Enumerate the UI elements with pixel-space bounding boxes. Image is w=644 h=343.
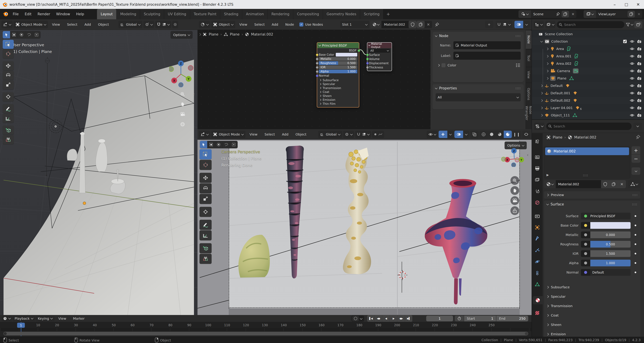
select-box-tool[interactable] [200,149,212,159]
mode-dropdown[interactable]: Object Mode [14,21,48,28]
input-socket-normal[interactable] [316,74,318,77]
roughness-slider[interactable]: 0.500 [581,241,630,248]
bsdf-param-metallic[interactable]: Metallic0.000 [319,57,357,61]
blender-menu-icon[interactable] [2,11,9,17]
eye-toggle[interactable] [630,61,634,66]
menu-add[interactable]: Add [279,129,292,140]
outliner-row-area[interactable]: Area [532,45,644,52]
overlays-toggle[interactable] [514,21,530,28]
outliner-row-plane[interactable]: Plane [532,75,644,82]
extrude-tool[interactable] [3,135,14,144]
panel-specular[interactable]: Specular [544,293,640,300]
cursor-tool[interactable] [3,49,14,58]
n-panel-tab-options[interactable]: Options [526,83,532,105]
panel-grip[interactable] [515,87,521,89]
view-menu[interactable]: View [55,316,69,321]
outliner-item-label[interactable]: Area.002 [556,61,572,66]
normal-selector[interactable]: Default [581,269,630,276]
cursor-tool[interactable] [200,160,212,170]
color-expand-icon[interactable] [437,64,440,67]
list-icon[interactable] [516,63,521,67]
play-reverse-button[interactable]: ◀ [382,315,390,322]
outliner-row-collection[interactable]: Collection [532,38,644,45]
input-socket-volume[interactable] [366,58,369,60]
material-name-field[interactable]: Material.002 [382,21,408,28]
proportional-edit-group[interactable] [172,21,178,28]
minimize-button[interactable]: – [609,2,620,7]
animate-dot[interactable] [634,253,636,255]
input-socket-roughness[interactable] [316,62,318,64]
annotate-tool[interactable] [3,104,14,113]
pivot-dropdown[interactable] [343,131,354,138]
outliner-item-label[interactable]: Default.002 [550,98,570,102]
nav-gizmo-left[interactable]: Z X Y [169,59,194,87]
bsdf-section-subsurface[interactable]: Subsurface [317,78,359,82]
shading-rendered[interactable] [504,131,512,138]
metallic-slider[interactable]: 0.000 [581,232,630,238]
properties-tab-viewlayer[interactable] [533,176,542,184]
workspace-tab-layout[interactable]: Layout [97,9,116,19]
marker-menu[interactable]: Marker [70,316,88,321]
menu-node[interactable]: Node [282,19,297,30]
bsdf-section-thin-film[interactable]: Thin Film [317,102,359,106]
bsdf-param-ior[interactable]: IOR1.500 [319,65,357,69]
add-cube-tool[interactable] [200,243,212,253]
shading-wireframe[interactable] [480,131,488,138]
topbar-menu-help[interactable]: Help [73,9,87,19]
input-socket-thickness[interactable] [366,66,369,69]
measure-tool[interactable] [3,114,14,123]
input-socket-surface[interactable] [366,53,369,56]
outliner-item-label[interactable]: Area.001 [556,54,572,58]
options-left[interactable]: Options [170,31,193,39]
nav-gizmo-render[interactable]: Z X Y [501,147,526,167]
properties-search[interactable]: Search [546,123,632,130]
current-frame-field[interactable]: 1 [426,316,453,321]
play-forward-button[interactable]: ▶ [390,315,397,322]
unlink-material-icon[interactable]: ✕ [425,22,432,27]
animate-dot[interactable] [634,225,636,226]
cam-toggle[interactable] [637,61,642,66]
cam-toggle[interactable] [637,54,642,58]
cam-toggle[interactable] [637,113,642,117]
menu-select[interactable]: Select [262,129,278,140]
outliner-item-label[interactable]: Area [556,47,564,51]
properties-panel-header[interactable]: Properties [432,84,524,92]
left-viewport-npanel-chevron[interactable]: ‹ [193,92,195,96]
input-socket-alpha[interactable] [316,70,318,73]
cam-toggle[interactable] [637,69,642,73]
timeline-ruler[interactable]: 1020304050607080901001101201301401501601… [0,322,532,328]
n-panel-tab-node[interactable]: Node [526,30,532,49]
mesh-data-dropdown[interactable] [628,180,640,188]
fake-user-shield-icon[interactable] [601,180,610,188]
render-npanel-chevron[interactable]: ‹ [527,153,528,157]
viewport-3d-left[interactable]: Object Mode View Select Add Object Globa… [0,19,198,315]
filter-funnel-icon[interactable] [626,23,633,27]
editor-type-icon[interactable] [1,21,12,28]
input-socket-ior[interactable] [316,66,318,69]
snapping-group[interactable] [496,21,512,28]
output-input-thickness[interactable]: Thickness [369,65,390,69]
outliner-filter-icon[interactable] [545,21,556,28]
outliner-item-label[interactable]: Scene Collection [545,32,573,36]
transform-tool[interactable] [3,92,14,101]
material-browse-icon[interactable] [370,21,382,28]
workspace-tab-scripting[interactable]: Scripting [360,9,383,19]
panel-subsurface[interactable]: Subsurface [544,284,640,291]
input-socket-base-color[interactable] [316,53,318,56]
properties-tab-render[interactable] [533,153,542,161]
workspace-tab-uv-editing[interactable]: UV Editing [164,9,190,19]
outliner-display-mode[interactable] [534,21,544,28]
outliner-item-label[interactable]: Plane [557,76,566,80]
outliner-row-default-001[interactable]: Default.001 [532,89,644,97]
outliner-row-layer-04-001[interactable]: Layer 04.0016 [532,104,644,111]
editor-type-icon[interactable] [199,21,210,28]
properties-tab-material[interactable] [533,296,543,304]
outliner-item-label[interactable]: Object_111 [551,113,570,117]
breadcrumb-material[interactable]: Material.002 [574,135,596,139]
base-color-field[interactable] [581,222,630,229]
annotate-tool[interactable] [200,220,212,230]
input-socket-displacement[interactable] [366,62,369,64]
eye-toggle[interactable] [630,76,634,80]
snap-toggle-group[interactable] [355,131,371,138]
output-input-surface[interactable]: Surface [369,53,390,57]
